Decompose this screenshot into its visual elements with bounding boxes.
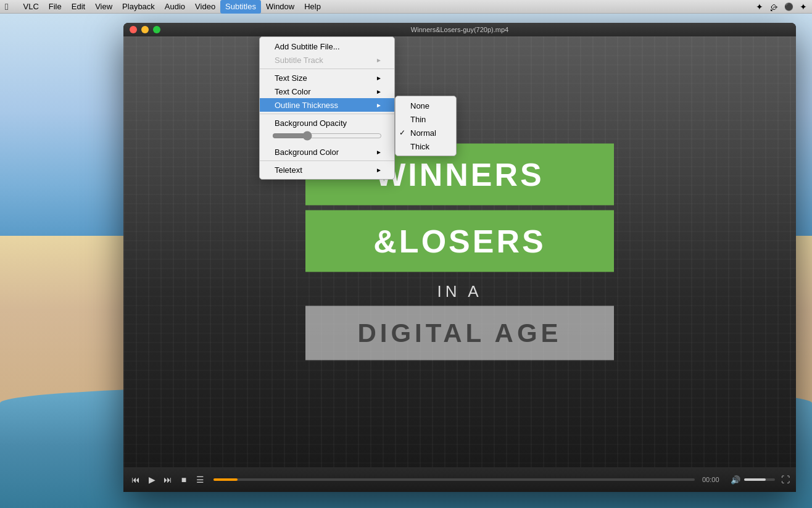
background-opacity-slider[interactable] bbox=[272, 131, 382, 141]
text-color-arrow: ► bbox=[376, 88, 382, 95]
volume-bar[interactable] bbox=[744, 478, 775, 481]
menubar:  VLC File Edit View Playback Audio Vide… bbox=[0, 0, 812, 14]
menu-item-add-subtitle[interactable]: Add Subtitle File... bbox=[260, 40, 394, 53]
apple-menu-icon[interactable]:  bbox=[5, 1, 8, 12]
outline-thickness-submenu: None Thin ✓ Normal Thick bbox=[395, 96, 457, 156]
video-controls-bar: ⏮ ▶ ⏭ ■ ☰ 00:00 🔊 ⛶ bbox=[123, 467, 796, 492]
menubar-item-file[interactable]: File bbox=[44, 0, 67, 14]
fullscreen-button[interactable]: ⛶ bbox=[781, 475, 790, 485]
video-area: WINNERS &LOSERS IN A DIGITAL AGE bbox=[123, 36, 796, 467]
teletext-arrow: ► bbox=[376, 167, 382, 173]
window-minimize-button[interactable] bbox=[141, 26, 149, 33]
subtitle-track-arrow: ► bbox=[376, 57, 382, 64]
dropbox-icon[interactable]: ✦ bbox=[756, 2, 763, 12]
menu-item-outline-thickness[interactable]: Outline Thickness ► None Thin ✓ Normal bbox=[260, 98, 394, 112]
menu-separator-3 bbox=[260, 160, 394, 161]
menubar-item-edit[interactable]: Edit bbox=[67, 0, 90, 14]
menu-item-subtitle-track[interactable]: Subtitle Track ► bbox=[260, 53, 394, 67]
menu-separator-2 bbox=[260, 114, 394, 114]
menu-item-background-color[interactable]: Background Color ► bbox=[260, 145, 394, 159]
menu-separator-1 bbox=[260, 69, 394, 69]
title-banner-losers: &LOSERS bbox=[305, 210, 614, 272]
submenu-item-normal[interactable]: ✓ Normal bbox=[396, 126, 456, 139]
menu-item-background-opacity[interactable]: Background Opacity bbox=[260, 116, 394, 130]
menu-item-teletext[interactable]: Teletext ► bbox=[260, 163, 394, 177]
menubar-item-video[interactable]: Video bbox=[190, 0, 220, 14]
menubar-item-subtitles[interactable]: Subtitles bbox=[220, 0, 261, 14]
playlist-button[interactable]: ☰ bbox=[194, 473, 206, 486]
menubar-item-audio[interactable]: Audio bbox=[160, 0, 190, 14]
submenu-item-thin[interactable]: Thin bbox=[396, 112, 456, 126]
text-size-arrow: ► bbox=[376, 75, 382, 81]
background-opacity-slider-row bbox=[260, 130, 394, 145]
menubar-item-playback[interactable]: Playback bbox=[117, 0, 160, 14]
submenu-item-none[interactable]: None bbox=[396, 99, 456, 112]
menu-item-text-size[interactable]: Text Size ► bbox=[260, 71, 394, 85]
stop-button[interactable]: ■ bbox=[178, 473, 190, 486]
butterfly-icon[interactable]: ✦ bbox=[800, 2, 807, 12]
record-icon[interactable]: ⚫ bbox=[784, 2, 793, 11]
menubar-item-vlc[interactable]: VLC bbox=[18, 0, 43, 14]
window-title: Winners&Losers-guy(720p).mp4 bbox=[411, 26, 508, 33]
rewind-button[interactable]: ⏮ bbox=[130, 473, 142, 486]
volume-fill bbox=[744, 478, 766, 481]
window-close-button[interactable] bbox=[130, 26, 137, 33]
normal-checkmark: ✓ bbox=[399, 128, 405, 137]
vlc-window: Winners&Losers-guy(720p).mp4 WINNERS &LO… bbox=[123, 23, 796, 492]
background-color-arrow: ► bbox=[376, 149, 382, 156]
fast-forward-button[interactable]: ⏭ bbox=[162, 473, 174, 486]
menubar-item-help[interactable]: Help bbox=[299, 0, 326, 14]
wireless-icon[interactable]: ⌮ bbox=[769, 2, 778, 12]
outline-thickness-arrow: ► bbox=[376, 102, 382, 109]
volume-icon[interactable]: 🔊 bbox=[731, 475, 740, 485]
progress-fill bbox=[213, 478, 238, 481]
title-banner-digital-age: DIGITAL AGE bbox=[305, 306, 614, 360]
play-button[interactable]: ▶ bbox=[146, 473, 158, 486]
menu-item-text-color[interactable]: Text Color ► bbox=[260, 85, 394, 98]
desktop: Winners&Losers-guy(720p).mp4 WINNERS &LO… bbox=[0, 14, 812, 508]
progress-bar[interactable] bbox=[213, 478, 695, 481]
menubar-item-window[interactable]: Window bbox=[261, 0, 299, 14]
time-display: 00:00 bbox=[702, 476, 727, 483]
window-titlebar: Winners&Losers-guy(720p).mp4 bbox=[123, 23, 796, 36]
menubar-right-icons: ✦ ⌮ ⚫ ✦ bbox=[756, 2, 807, 12]
submenu-item-thick[interactable]: Thick bbox=[396, 139, 456, 153]
menubar-item-view[interactable]: View bbox=[90, 0, 117, 14]
subtitles-dropdown-menu: Add Subtitle File... Subtitle Track ► Te… bbox=[259, 36, 395, 180]
window-maximize-button[interactable] bbox=[153, 26, 160, 33]
window-controls bbox=[130, 26, 160, 33]
